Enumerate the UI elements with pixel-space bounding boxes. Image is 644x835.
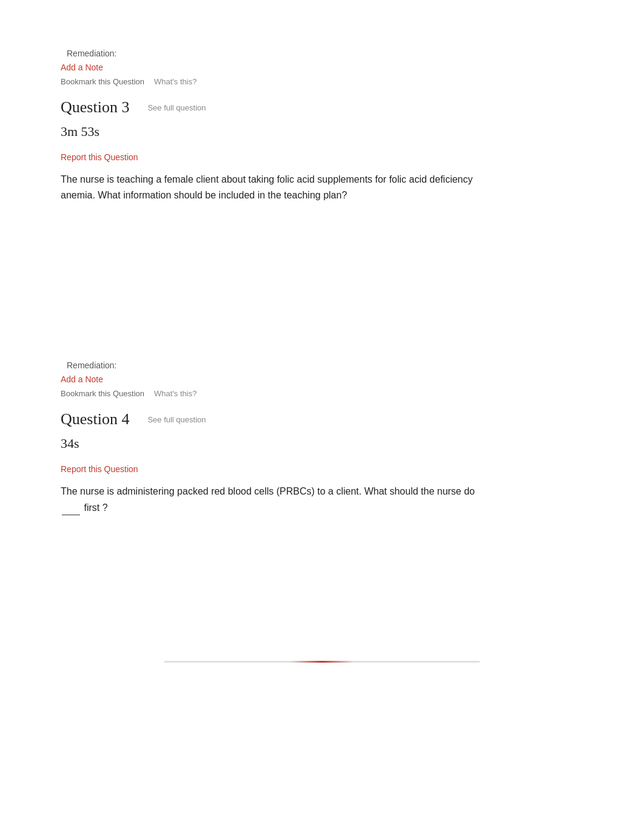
question-text-q4-part3: ?: [102, 502, 108, 513]
question-blank-q4: [62, 499, 80, 516]
divider-bar: [164, 661, 480, 663]
see-full-question-q3[interactable]: See full question: [147, 103, 206, 112]
time-display-q4: 34s: [61, 436, 583, 451]
question-text-q4: The nurse is administering packed red bl…: [61, 484, 485, 515]
remediation-label-q3: Remediation:: [61, 49, 583, 58]
question-text-q3: The nurse is teaching a female client ab…: [61, 172, 485, 203]
spacer-q3: [61, 227, 583, 360]
question-title-q3: Question 3: [61, 98, 129, 117]
time-display-q3: 3m 53s: [61, 124, 583, 140]
question-title-q4: Question 4: [61, 410, 129, 428]
question-text-q4-part1: The nurse is administering packed red bl…: [61, 486, 475, 496]
whats-this-q4[interactable]: What's this?: [154, 389, 196, 398]
report-link-q3[interactable]: Report this Question: [61, 152, 138, 162]
question-title-row-q4: Question 4 See full question: [61, 410, 583, 428]
whats-this-q3[interactable]: What's this?: [154, 77, 196, 86]
bookmark-text-q3[interactable]: Bookmark this Question: [61, 77, 144, 86]
question-title-row-q3: Question 3 See full question: [61, 98, 583, 117]
page-container: Remediation: Add a Note Bookmark this Qu…: [0, 0, 644, 711]
report-link-q4[interactable]: Report this Question: [61, 464, 138, 474]
bookmark-text-q4[interactable]: Bookmark this Question: [61, 389, 144, 398]
question4-block: Remediation: Add a Note Bookmark this Qu…: [61, 360, 583, 515]
question-text-q4-part2: first: [84, 502, 99, 513]
bookmark-row-q3: Bookmark this Question What's this?: [61, 77, 583, 86]
question3-block: Remediation: Add a Note Bookmark this Qu…: [61, 49, 583, 203]
remediation-label-q4: Remediation:: [61, 360, 583, 370]
bottom-spacer: [61, 539, 583, 637]
see-full-question-q4[interactable]: See full question: [147, 415, 206, 424]
add-note-link-q3[interactable]: Add a Note: [61, 63, 103, 72]
add-note-link-q4[interactable]: Add a Note: [61, 374, 103, 384]
bookmark-row-q4: Bookmark this Question What's this?: [61, 389, 583, 398]
